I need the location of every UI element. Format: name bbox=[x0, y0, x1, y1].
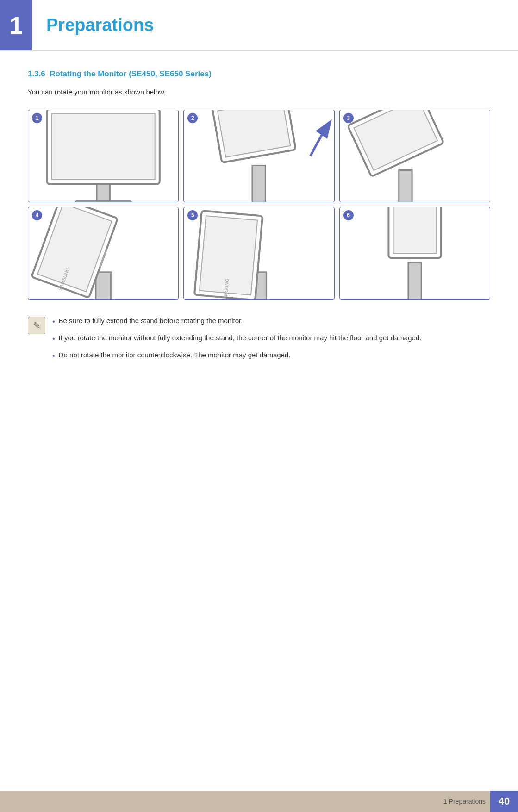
intro-text: You can rotate your monitor as shown bel… bbox=[28, 88, 490, 96]
diagram-5: 5 SAMSUNG bbox=[183, 207, 334, 300]
diagram-number-4: 4 bbox=[32, 210, 42, 220]
note-icon bbox=[28, 317, 45, 334]
monitor-diagram-6 bbox=[340, 207, 490, 300]
svg-rect-9 bbox=[399, 170, 412, 202]
chapter-number-box: 1 bbox=[0, 0, 32, 50]
page-header: 1 Preparations bbox=[0, 0, 518, 51]
note-item-3: Do not rotate the monitor counterclockwi… bbox=[52, 350, 490, 362]
svg-rect-2 bbox=[97, 184, 110, 201]
monitor-diagram-1 bbox=[28, 110, 178, 202]
notes-section: Be sure to fully extend the stand before… bbox=[28, 316, 490, 367]
diagram-3: 3 bbox=[339, 110, 490, 202]
monitor-diagram-3 bbox=[340, 110, 490, 202]
diagram-6: 6 bbox=[339, 207, 490, 300]
svg-rect-26 bbox=[393, 207, 436, 253]
page-title: Preparations bbox=[46, 15, 154, 35]
note-item-1: Be sure to fully extend the stand before… bbox=[52, 316, 490, 327]
diagram-number-6: 6 bbox=[343, 210, 354, 220]
note-item-2: If you rotate the monitor without fully … bbox=[52, 333, 490, 344]
monitor-diagram-4: SAMSUNG bbox=[28, 207, 178, 300]
diagrams-grid: 1 2 bbox=[28, 110, 490, 300]
footer-label: 1 Preparations bbox=[443, 798, 490, 805]
footer-page-number: 40 bbox=[490, 791, 518, 812]
main-content: 1.3.6 Rotating the Monitor (SE450, SE650… bbox=[0, 51, 518, 395]
diagram-4: 4 bbox=[28, 207, 179, 300]
page-footer: 1 Preparations 40 bbox=[0, 791, 518, 812]
monitor-diagram-2 bbox=[184, 110, 334, 202]
svg-rect-1 bbox=[52, 114, 155, 180]
svg-rect-3 bbox=[75, 201, 131, 202]
diagram-1: 1 bbox=[28, 110, 179, 202]
section-heading: 1.3.6 Rotating the Monitor (SE450, SE650… bbox=[28, 69, 490, 79]
diagram-2: 2 bbox=[183, 110, 334, 202]
diagram-number-1: 1 bbox=[32, 113, 42, 123]
chapter-number: 1 bbox=[10, 13, 23, 37]
header-title-area: Preparations bbox=[32, 0, 518, 50]
svg-rect-5 bbox=[252, 165, 265, 202]
svg-rect-24 bbox=[408, 262, 421, 300]
diagram-number-3: 3 bbox=[343, 113, 354, 123]
notes-list: Be sure to fully extend the stand before… bbox=[52, 316, 490, 367]
monitor-diagram-5: SAMSUNG bbox=[184, 207, 334, 300]
svg-rect-13 bbox=[96, 272, 111, 300]
